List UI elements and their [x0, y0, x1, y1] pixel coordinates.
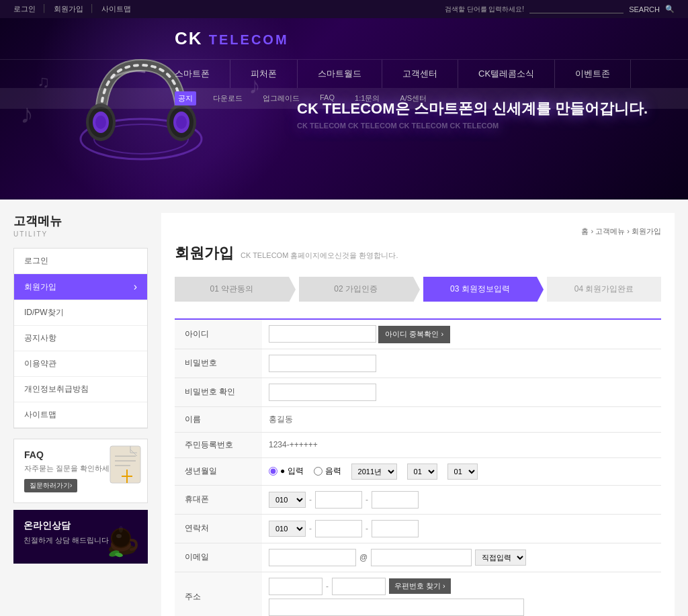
form-row-ssn: 주민등록번호 1234-++++++: [175, 432, 661, 457]
sidebar-item-sitemap[interactable]: 사이트맵: [14, 402, 147, 428]
breadcrumb-home[interactable]: 홈: [581, 227, 589, 235]
site-logo[interactable]: CK TELECOM: [175, 28, 675, 49]
password-confirm-input[interactable]: [269, 384, 376, 401]
top-nav-search: 검색할 단어를 입력하세요! SEARCH 🔍: [445, 5, 675, 14]
content-wrapper: 고객메뉴 UTILITY 로그인 회원가입 ID/PW찾기 공지사항 이용약관 …: [0, 200, 688, 616]
sitemap-link[interactable]: 사이트맵: [101, 4, 131, 14]
email-domain-input[interactable]: [371, 549, 472, 566]
signup-link[interactable]: 회원가입: [54, 4, 83, 14]
birth-radio-solar[interactable]: ● 입력: [269, 466, 304, 477]
sidebar-item-findpw[interactable]: ID/PW찾기: [14, 300, 147, 326]
form-row-pw: 비밀번호: [175, 349, 661, 378]
mobile-dash1: -: [309, 495, 312, 504]
breadcrumb-customer[interactable]: 고객메뉴: [595, 227, 625, 235]
step-3-num: 03: [450, 284, 459, 294]
login-link[interactable]: 로그인: [13, 4, 36, 14]
form-row-pw-confirm: 비밀번호 확인: [175, 378, 661, 406]
breadcrumb-sep2: ›: [627, 227, 632, 235]
contact-last-input[interactable]: [372, 520, 419, 537]
mobile-last-input[interactable]: [372, 491, 419, 509]
form-row-contact: 연락처 010 - -: [175, 514, 661, 543]
subnav-download[interactable]: 다운로드: [210, 91, 246, 105]
address-search-button[interactable]: 우편번호 찾기 ›: [389, 578, 451, 594]
mobile-prefix-select[interactable]: 010: [269, 492, 306, 508]
contact-mid-input[interactable]: [315, 520, 362, 537]
top-nav-links: 로그인 │ 회원가입 │ 사이트맵: [13, 4, 131, 14]
mobile-phone-group: 010 - -: [269, 491, 654, 509]
birth-label: 생년월일: [175, 457, 262, 485]
sidebar-item-terms[interactable]: 이용약관: [14, 351, 147, 377]
birth-radio-lunar-input[interactable]: [314, 467, 322, 476]
sidebar-item-login[interactable]: 로그인: [14, 249, 147, 274]
birth-month-select[interactable]: 01: [407, 464, 437, 480]
birth-cell: ● 입력 음력 2011년 01 01: [262, 457, 661, 485]
step-3: 03 회원정보입력: [423, 277, 538, 302]
email-domain-select[interactable]: 직접입력: [475, 549, 526, 566]
birth-radio-group: ● 입력 음력 2011년 01 01: [269, 464, 654, 480]
sidebar: 고객메뉴 UTILITY 로그인 회원가입 ID/PW찾기 공지사항 이용약관 …: [13, 213, 148, 616]
step-4-label: 회원가입완료: [585, 284, 634, 294]
step-1: 01 약관동의: [175, 277, 289, 302]
form-row-mobile: 휴대폰 010 - -: [175, 485, 661, 514]
birth-radio-lunar[interactable]: 음력: [314, 466, 341, 477]
addr-dash: -: [326, 582, 329, 591]
address-group: - 우편번호 찾기 ›: [269, 578, 654, 595]
form-row-address: 주소 - 우편번호 찾기 ›: [175, 572, 661, 616]
zipcode-input2[interactable]: [332, 578, 386, 595]
logo-ck: CK: [175, 28, 203, 48]
search-placeholder-label: 검색할 단어를 입력하세요!: [445, 5, 524, 14]
nav-customer[interactable]: 고객센터: [382, 60, 458, 88]
password-input[interactable]: [269, 355, 376, 372]
id-input[interactable]: [269, 325, 376, 343]
svg-point-5: [95, 116, 106, 129]
birth-lunar-label: 음력: [325, 466, 341, 477]
sidebar-title: 고객메뉴: [13, 213, 148, 229]
nav-news[interactable]: CK텔레콤소식: [458, 60, 555, 88]
nav-event[interactable]: 이벤트존: [555, 60, 631, 88]
mobile-mid-input[interactable]: [315, 491, 362, 509]
sidebar-subtitle: UTILITY: [13, 230, 148, 238]
zipcode-input1[interactable]: [269, 578, 322, 595]
svg-point-21: [116, 534, 122, 538]
step-1-num: 01: [210, 284, 219, 294]
faq-box: FAQ 자주묻는 질문을 확인하세요요 질문하러가기›: [13, 439, 148, 503]
step-bar: 01 약관동의 02 가입인증 03 회원정보입력 04 회원가입완료: [175, 277, 661, 302]
email-id-input[interactable]: [269, 549, 356, 566]
sidebar-menu: 로그인 회원가입 ID/PW찾기 공지사항 이용약관 개인정보취급방침 사이트맵: [13, 248, 148, 429]
svg-rect-10: [110, 446, 140, 483]
search-input[interactable]: [529, 5, 624, 13]
contact-prefix-select[interactable]: 010: [269, 521, 306, 537]
search-button[interactable]: SEARCH: [629, 5, 660, 13]
at-sign: @: [359, 553, 368, 562]
headline-sub: CK TELECOM CK TELECOM CK TELECOM CK TELE…: [297, 122, 648, 130]
faq-button[interactable]: 질문하러가기›: [24, 479, 77, 492]
sidebar-item-notice[interactable]: 공지사항: [14, 326, 147, 351]
address-detail-input[interactable]: [269, 599, 524, 616]
nav-smartphone[interactable]: 스마트폰: [175, 60, 230, 88]
faq-decoration: [107, 439, 147, 493]
birth-radio-solar-input[interactable]: [269, 467, 277, 476]
breadcrumb-current: 회원가입: [632, 227, 661, 235]
header-headline: CK TELECOM은 스마트폰의 신세계를 만들어갑니다. CK TELECO…: [297, 99, 648, 130]
id-check-button[interactable]: 아이디 중복확인 ›: [378, 326, 450, 343]
name-value: 홍길동: [269, 414, 293, 424]
nav-feature[interactable]: 피처폰: [230, 60, 298, 88]
step-2-label: 가입인증: [345, 284, 378, 294]
ssn-cell: 1234-++++++: [262, 432, 661, 457]
subnav-notice[interactable]: 공지: [175, 91, 196, 105]
birth-year-select[interactable]: 2011년: [351, 464, 397, 480]
nav-smartworld[interactable]: 스마트월드: [298, 60, 382, 88]
birth-day-select[interactable]: 01: [447, 464, 478, 480]
address-detail-row: [269, 599, 654, 616]
main-navigation: 스마트폰 피처폰 스마트월드 고객센터 CK텔레콤소식 이벤트존: [0, 59, 688, 88]
page-subtitle: CK TELECOM 홈페이지에오신것을 환영합니다.: [241, 251, 398, 261]
main-content: 홈 › 고객메뉴 › 회원가입 회원가입 CK TELECOM 홈페이지에오신것…: [161, 213, 675, 616]
contact-dash2: -: [366, 524, 368, 533]
id-label: 아이디: [175, 319, 262, 349]
svg-point-9: [176, 116, 187, 129]
online-consultation-box: 온라인상담 친절하게 상담 해드립니다: [13, 510, 148, 564]
sidebar-item-privacy[interactable]: 개인정보취급방침: [14, 377, 147, 402]
pw-field-cell: [262, 349, 661, 378]
sidebar-item-signup[interactable]: 회원가입: [14, 274, 147, 300]
contact-dash1: -: [309, 524, 312, 533]
